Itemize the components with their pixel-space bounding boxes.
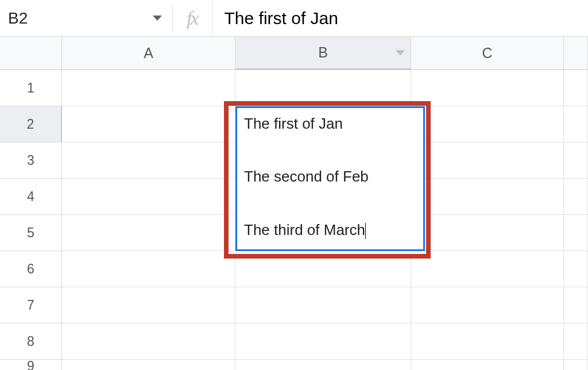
editor-line-1: The first of Jan xyxy=(244,116,420,131)
row-header-9[interactable]: 9 xyxy=(0,360,62,370)
cell-C4[interactable] xyxy=(411,179,564,215)
cell-A9[interactable] xyxy=(62,360,235,370)
row-8 xyxy=(62,323,588,360)
cell-B7[interactable] xyxy=(235,287,411,323)
row-header-1[interactable]: 1 xyxy=(0,70,62,106)
row-header-7[interactable]: 7 xyxy=(0,287,62,323)
formula-bar: B2 fx xyxy=(0,0,588,37)
cell-C7[interactable] xyxy=(411,287,564,323)
cell-C6[interactable] xyxy=(411,251,564,287)
cell-B1[interactable] xyxy=(235,70,411,106)
cell-C3[interactable] xyxy=(411,142,564,179)
cell-D6[interactable] xyxy=(564,251,588,287)
name-box-dropdown[interactable] xyxy=(153,16,172,21)
name-box[interactable]: B2 xyxy=(6,9,28,28)
cell-D9[interactable] xyxy=(564,360,588,370)
row-header-3[interactable]: 3 xyxy=(0,142,62,179)
cell-C9[interactable] xyxy=(411,360,564,370)
cell-D8[interactable] xyxy=(564,323,588,360)
column-headers: A B C xyxy=(62,37,588,70)
cell-D5[interactable] xyxy=(564,215,588,251)
cell-C5[interactable] xyxy=(411,215,564,251)
cell-A2[interactable] xyxy=(62,106,235,142)
cell-A3[interactable] xyxy=(62,142,235,179)
row-header-8[interactable]: 8 xyxy=(0,323,62,360)
cell-A8[interactable] xyxy=(62,323,235,360)
grid-body: A B C xyxy=(62,37,588,370)
cell-D7[interactable] xyxy=(564,287,588,323)
editor-line-3: The third of March xyxy=(244,222,420,239)
cell-B6[interactable] xyxy=(235,251,411,287)
fx-icon: fx xyxy=(173,7,212,29)
column-header-label: B xyxy=(318,44,328,61)
cell-A5[interactable] xyxy=(62,215,235,251)
cell-D1[interactable] xyxy=(564,70,588,106)
row-header-5[interactable]: 5 xyxy=(0,215,62,251)
chevron-down-icon xyxy=(396,50,405,55)
cell-D2[interactable] xyxy=(564,106,588,142)
formula-input[interactable] xyxy=(213,0,588,36)
row-9 xyxy=(62,360,588,370)
row-7 xyxy=(62,287,588,323)
cell-B9[interactable] xyxy=(235,360,411,370)
column-header-B[interactable]: B xyxy=(235,37,411,70)
editor-line-2: The second of Feb xyxy=(244,169,420,184)
row-header-2[interactable]: 2 xyxy=(0,106,62,142)
text-cursor-icon xyxy=(365,223,366,239)
column-header-C[interactable]: C xyxy=(411,37,564,70)
cell-B8[interactable] xyxy=(235,323,411,360)
spreadsheet-grid: 1 2 3 4 5 6 7 8 9 A B C xyxy=(0,37,588,370)
cell-A6[interactable] xyxy=(62,251,235,287)
cell-D4[interactable] xyxy=(564,179,588,215)
editor-line-3-text: The third of March xyxy=(244,221,365,238)
chevron-down-icon xyxy=(153,16,162,21)
select-all-corner[interactable] xyxy=(0,37,62,70)
row-1 xyxy=(62,70,588,106)
cell-editor[interactable]: The first of Jan The second of Feb The t… xyxy=(235,106,425,251)
cell-A7[interactable] xyxy=(62,287,235,323)
row-headers: 1 2 3 4 5 6 7 8 9 xyxy=(0,37,62,370)
row-6 xyxy=(62,251,588,287)
name-box-wrap: B2 xyxy=(6,0,172,36)
column-header-A[interactable]: A xyxy=(62,37,235,70)
column-header-dropdown[interactable] xyxy=(396,50,405,55)
row-header-6[interactable]: 6 xyxy=(0,251,62,287)
row-header-4[interactable]: 4 xyxy=(0,179,62,215)
cell-A4[interactable] xyxy=(62,179,235,215)
cell-A1[interactable] xyxy=(62,70,235,106)
cell-C2[interactable] xyxy=(411,106,564,142)
cell-C1[interactable] xyxy=(411,70,564,106)
column-header-extra[interactable] xyxy=(564,37,588,70)
cell-C8[interactable] xyxy=(411,323,564,360)
cell-D3[interactable] xyxy=(564,142,588,179)
